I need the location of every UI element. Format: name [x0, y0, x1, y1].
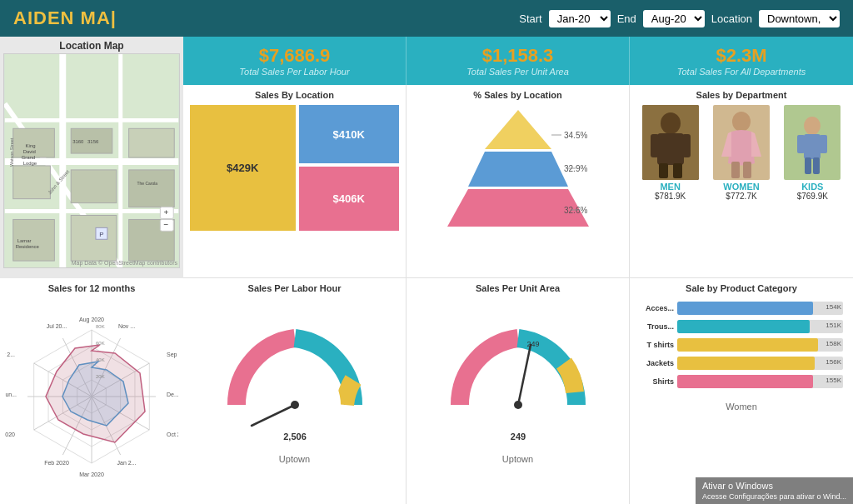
bar-track-tshirts: 158K	[677, 338, 843, 352]
radar-chart: Aug 2020 Sep 2019 Oct 2019 Mar 2020 Apr …	[5, 297, 178, 488]
svg-text:Lamar: Lamar	[17, 238, 32, 243]
kpi-all-depts-label: Total Sales For All Departments	[643, 67, 840, 77]
dept-women-name: WOMEN	[723, 182, 759, 192]
dept-women-value: $772.7K	[726, 192, 756, 201]
svg-rect-90	[797, 135, 805, 153]
svg-text:May 2...: May 2...	[5, 352, 15, 358]
svg-point-100	[514, 401, 522, 409]
treemap-top: $410K	[299, 105, 399, 163]
svg-text:De...: De...	[167, 392, 178, 397]
dept-men-value: $781.9K	[655, 192, 686, 201]
svg-text:Residence: Residence	[16, 244, 40, 249]
product-category-title: Sale by Product Category	[636, 283, 846, 293]
labor-hour-gauge: 2,506	[212, 297, 378, 451]
svg-point-84	[732, 112, 751, 132]
svg-rect-78	[657, 133, 684, 165]
svg-text:Mar 2020: Mar 2020	[79, 472, 104, 477]
left-column: Location Map	[0, 37, 183, 504]
sales-by-location-panel: Sales By Location $429K $410K $406K	[183, 85, 407, 277]
bar-row-jackets: Jackets 156K	[640, 357, 843, 370]
dept-men-name: MEN	[660, 182, 680, 192]
middle-charts: Sales By Location $429K $410K $406K	[183, 85, 853, 278]
kpi-unit-area: $1,158.3 Total Sales Per Unit Area	[407, 37, 630, 85]
dept-kids-name: KIDS	[801, 182, 823, 192]
svg-text:60K: 60K	[96, 341, 105, 346]
bar-label-tshirts: T shirts	[640, 341, 677, 349]
kpi-labor-hour-label: Total Sales Per Labor Hour	[197, 67, 392, 77]
svg-text:249: 249	[526, 340, 539, 348]
bar-track-jackets: 156K	[677, 357, 843, 370]
location-label: Location	[711, 12, 752, 25]
activate-windows-overlay: Ativar o Windows Acesse Configurações pa…	[696, 477, 853, 504]
svg-text:Oct 2019: Oct 2019	[167, 432, 178, 437]
dept-kids-photo	[784, 105, 841, 180]
bar-track-trous: 151K	[677, 320, 843, 333]
svg-rect-14	[71, 215, 117, 261]
svg-text:3160: 3160	[72, 139, 84, 144]
svg-text:Apr 2020: Apr 2020	[5, 432, 15, 438]
product-bar-chart: Acces... 154K Trous... 151K	[636, 300, 846, 395]
svg-rect-12	[129, 170, 175, 207]
dept-kids-value: $769.9K	[797, 192, 828, 201]
svg-point-88	[804, 117, 821, 135]
svg-rect-11	[129, 128, 175, 157]
svg-rect-10	[71, 170, 117, 203]
bar-fill-tshirts	[677, 338, 818, 352]
svg-rect-79	[651, 134, 659, 157]
map-title: Location Map	[3, 40, 180, 52]
dept-men-photo	[642, 105, 699, 180]
map-container: King David Grand Lodge 3160 3156 Lamar R…	[3, 53, 180, 268]
svg-text:Jul 20...: Jul 20...	[47, 323, 67, 329]
body: Location Map	[0, 37, 853, 504]
bar-label-shirts: Shirts	[640, 377, 677, 386]
svg-text:David: David	[23, 149, 36, 154]
kpi-labor-hour-value: $7,686.9	[197, 45, 392, 67]
svg-text:32.9%: 32.9%	[564, 164, 587, 173]
map-attribution: Map Data © OpenStreetMap contributors	[72, 260, 177, 266]
svg-text:Lodge: Lodge	[23, 161, 37, 166]
labor-hour-title: Sales Per Labor Hour	[248, 283, 342, 293]
kpi-row: $7,686.9 Total Sales Per Labor Hour $1,1…	[183, 37, 853, 85]
treemap: $429K $410K $406K	[188, 103, 401, 232]
svg-rect-93	[813, 157, 820, 174]
map-svg: King David Grand Lodge 3160 3156 Lamar R…	[4, 54, 179, 267]
bottom-charts: Sales Per Labor Hour 2,506	[183, 278, 853, 504]
svg-text:P: P	[99, 231, 103, 238]
product-category-panel: Sale by Product Category Acces... 154K T…	[630, 278, 853, 504]
bar-row-trous: Trous... 151K	[640, 320, 843, 333]
bar-track-acces: 154K	[677, 302, 843, 315]
svg-text:80K: 80K	[96, 324, 105, 329]
radar-title: Sales for 12 months	[5, 283, 178, 293]
bar-fill-acces	[677, 302, 813, 315]
svg-text:Watson Street: Watson Street	[9, 137, 14, 167]
kpi-all-depts-value: $2.3M	[643, 45, 840, 67]
svg-text:2,506: 2,506	[283, 432, 307, 442]
dept-items: MEN $781.9K	[635, 103, 848, 202]
treemap-bottom: $406K	[299, 167, 399, 231]
dept-women: WOMEN $772.7K	[707, 105, 775, 201]
svg-text:Sep 2019: Sep 2019	[167, 352, 178, 358]
dept-men: MEN $781.9K	[636, 105, 704, 201]
start-label: Start	[519, 12, 541, 25]
unit-area-gauge: 249 249	[435, 297, 601, 451]
svg-text:20K: 20K	[96, 374, 105, 379]
svg-text:Jun...: Jun...	[5, 392, 17, 397]
svg-rect-92	[805, 157, 811, 174]
dept-kids: KIDS $769.9K	[779, 105, 846, 201]
end-select[interactable]: Aug-20Sep-20Oct-20	[643, 10, 705, 27]
svg-rect-8	[13, 166, 51, 199]
sales-by-dept-panel: Sales by Department	[630, 85, 853, 277]
labor-hour-location: Uptown	[279, 454, 310, 464]
start-select[interactable]: Jan-20Feb-20Mar-20	[549, 10, 611, 27]
treemap-right: $410K $406K	[299, 105, 399, 231]
svg-marker-67	[485, 110, 551, 149]
pyramid-svg: 34.5% 32.9% 32.6%	[435, 103, 601, 232]
svg-point-77	[661, 112, 681, 134]
treemap-left: $429K	[190, 105, 296, 231]
kpi-unit-area-label: Total Sales Per Unit Area	[420, 67, 616, 77]
sales-by-location-title: Sales By Location	[188, 90, 401, 100]
svg-text:249: 249	[510, 432, 525, 442]
bar-track-shirts: 155K	[677, 375, 843, 388]
bar-label-jackets: Jackets	[640, 359, 677, 367]
location-select[interactable]: Downtown,UptownMidtown	[759, 10, 840, 27]
